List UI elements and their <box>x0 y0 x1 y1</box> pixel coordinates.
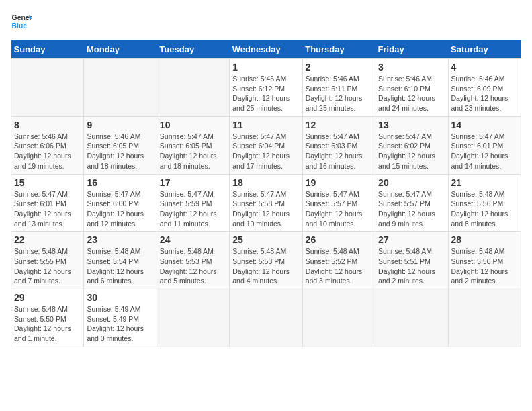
calendar-cell: 22Sunrise: 5:48 AMSunset: 5:55 PMDayligh… <box>11 232 84 289</box>
day-number: 27 <box>378 234 445 245</box>
day-info: Sunrise: 5:48 AMSunset: 5:51 PMDaylight:… <box>378 246 445 286</box>
day-info: Sunrise: 5:47 AMSunset: 6:00 PMDaylight:… <box>87 189 153 229</box>
day-header-saturday: Saturday <box>448 40 521 59</box>
day-info: Sunrise: 5:46 AMSunset: 6:11 PMDaylight:… <box>306 74 372 113</box>
day-info: Sunrise: 5:48 AMSunset: 5:55 PMDaylight:… <box>14 246 81 286</box>
day-number: 22 <box>14 234 81 245</box>
day-info: Sunrise: 5:47 AMSunset: 6:01 PMDaylight:… <box>14 189 81 229</box>
day-number: 26 <box>306 234 372 245</box>
calendar-week-1: 1Sunrise: 5:46 AMSunset: 6:12 PMDaylight… <box>11 59 521 117</box>
day-number: 25 <box>232 234 299 245</box>
day-number: 18 <box>232 177 299 188</box>
calendar-cell <box>157 59 229 117</box>
day-number: 19 <box>306 177 372 188</box>
day-info: Sunrise: 5:47 AMSunset: 6:02 PMDaylight:… <box>378 132 445 171</box>
calendar-cell: 15Sunrise: 5:47 AMSunset: 6:01 PMDayligh… <box>11 174 84 232</box>
day-number: 4 <box>451 62 518 73</box>
calendar-cell: 28Sunrise: 5:48 AMSunset: 5:50 PMDayligh… <box>448 232 521 289</box>
day-info: Sunrise: 5:47 AMSunset: 6:03 PMDaylight:… <box>306 132 372 171</box>
day-header-sunday: Sunday <box>11 40 84 59</box>
calendar-cell: 9Sunrise: 5:46 AMSunset: 6:05 PMDaylight… <box>84 116 157 174</box>
day-header-thursday: Thursday <box>302 40 375 59</box>
day-number: 14 <box>451 120 518 130</box>
day-info: Sunrise: 5:48 AMSunset: 5:52 PMDaylight:… <box>306 246 372 286</box>
day-info: Sunrise: 5:46 AMSunset: 6:12 PMDaylight:… <box>232 74 299 113</box>
day-header-friday: Friday <box>375 40 448 59</box>
calendar-cell: 30Sunrise: 5:49 AMSunset: 5:49 PMDayligh… <box>84 289 157 347</box>
day-info: Sunrise: 5:47 AMSunset: 6:01 PMDaylight:… <box>451 132 518 171</box>
calendar-cell: 27Sunrise: 5:48 AMSunset: 5:51 PMDayligh… <box>375 232 448 289</box>
calendar-cell <box>375 289 448 347</box>
calendar-cell: 29Sunrise: 5:48 AMSunset: 5:50 PMDayligh… <box>11 289 84 347</box>
calendar-cell: 23Sunrise: 5:48 AMSunset: 5:54 PMDayligh… <box>84 232 157 289</box>
day-info: Sunrise: 5:46 AMSunset: 6:05 PMDaylight:… <box>87 132 153 171</box>
day-number: 1 <box>232 62 299 73</box>
logo: General Blue <box>11 11 32 32</box>
calendar-table: SundayMondayTuesdayWednesdayThursdayFrid… <box>11 40 521 347</box>
day-header-wednesday: Wednesday <box>230 40 302 59</box>
day-number: 23 <box>87 234 153 245</box>
calendar-cell: 12Sunrise: 5:47 AMSunset: 6:03 PMDayligh… <box>302 116 375 174</box>
day-info: Sunrise: 5:47 AMSunset: 5:57 PMDaylight:… <box>378 189 445 229</box>
calendar-cell: 21Sunrise: 5:48 AMSunset: 5:56 PMDayligh… <box>448 174 521 232</box>
calendar-cell: 17Sunrise: 5:47 AMSunset: 5:59 PMDayligh… <box>157 174 229 232</box>
calendar-cell: 26Sunrise: 5:48 AMSunset: 5:52 PMDayligh… <box>302 232 375 289</box>
calendar-cell: 3Sunrise: 5:46 AMSunset: 6:10 PMDaylight… <box>375 59 448 117</box>
day-info: Sunrise: 5:47 AMSunset: 6:04 PMDaylight:… <box>232 132 299 171</box>
day-number: 12 <box>306 120 372 130</box>
calendar-week-2: 8Sunrise: 5:46 AMSunset: 6:06 PMDaylight… <box>11 116 521 174</box>
calendar-cell: 10Sunrise: 5:47 AMSunset: 6:05 PMDayligh… <box>157 116 229 174</box>
day-number: 17 <box>160 177 226 188</box>
day-number: 11 <box>232 120 299 130</box>
day-info: Sunrise: 5:47 AMSunset: 5:59 PMDaylight:… <box>160 189 226 229</box>
calendar-cell: 24Sunrise: 5:48 AMSunset: 5:53 PMDayligh… <box>157 232 229 289</box>
day-info: Sunrise: 5:47 AMSunset: 5:58 PMDaylight:… <box>232 189 299 229</box>
calendar-cell <box>11 59 84 117</box>
day-number: 28 <box>451 234 518 245</box>
calendar-week-5: 29Sunrise: 5:48 AMSunset: 5:50 PMDayligh… <box>11 289 521 347</box>
day-info: Sunrise: 5:48 AMSunset: 5:56 PMDaylight:… <box>451 189 518 229</box>
calendar-cell: 18Sunrise: 5:47 AMSunset: 5:58 PMDayligh… <box>230 174 302 232</box>
day-info: Sunrise: 5:49 AMSunset: 5:49 PMDaylight:… <box>87 304 153 344</box>
day-number: 2 <box>306 62 372 73</box>
svg-text:Blue: Blue <box>12 22 28 30</box>
page-header: General Blue <box>11 11 521 32</box>
calendar-week-4: 22Sunrise: 5:48 AMSunset: 5:55 PMDayligh… <box>11 232 521 289</box>
day-info: Sunrise: 5:47 AMSunset: 5:57 PMDaylight:… <box>306 189 372 229</box>
day-info: Sunrise: 5:48 AMSunset: 5:54 PMDaylight:… <box>87 246 153 286</box>
day-info: Sunrise: 5:46 AMSunset: 6:06 PMDaylight:… <box>14 132 81 171</box>
day-info: Sunrise: 5:48 AMSunset: 5:53 PMDaylight:… <box>232 246 299 286</box>
day-info: Sunrise: 5:48 AMSunset: 5:53 PMDaylight:… <box>160 246 226 286</box>
calendar-cell: 19Sunrise: 5:47 AMSunset: 5:57 PMDayligh… <box>302 174 375 232</box>
calendar-cell <box>302 289 375 347</box>
day-number: 24 <box>160 234 226 245</box>
calendar-cell <box>84 59 157 117</box>
day-number: 20 <box>378 177 445 188</box>
calendar-cell: 2Sunrise: 5:46 AMSunset: 6:11 PMDaylight… <box>302 59 375 117</box>
calendar-cell <box>230 289 302 347</box>
calendar-cell <box>448 289 521 347</box>
calendar-cell: 20Sunrise: 5:47 AMSunset: 5:57 PMDayligh… <box>375 174 448 232</box>
calendar-cell: 16Sunrise: 5:47 AMSunset: 6:00 PMDayligh… <box>84 174 157 232</box>
day-info: Sunrise: 5:47 AMSunset: 6:05 PMDaylight:… <box>160 132 226 171</box>
day-number: 9 <box>87 120 153 130</box>
day-number: 8 <box>14 120 81 130</box>
day-number: 3 <box>378 62 445 73</box>
calendar-cell <box>157 289 229 347</box>
day-number: 10 <box>160 120 226 130</box>
calendar-cell: 13Sunrise: 5:47 AMSunset: 6:02 PMDayligh… <box>375 116 448 174</box>
calendar-week-3: 15Sunrise: 5:47 AMSunset: 6:01 PMDayligh… <box>11 174 521 232</box>
day-header-monday: Monday <box>84 40 157 59</box>
calendar-cell: 4Sunrise: 5:46 AMSunset: 6:09 PMDaylight… <box>448 59 521 117</box>
day-info: Sunrise: 5:46 AMSunset: 6:09 PMDaylight:… <box>451 74 518 113</box>
day-number: 13 <box>378 120 445 130</box>
day-number: 29 <box>14 292 81 303</box>
calendar-cell: 11Sunrise: 5:47 AMSunset: 6:04 PMDayligh… <box>230 116 302 174</box>
day-info: Sunrise: 5:46 AMSunset: 6:10 PMDaylight:… <box>378 74 445 113</box>
day-info: Sunrise: 5:48 AMSunset: 5:50 PMDaylight:… <box>451 246 518 286</box>
calendar-cell: 14Sunrise: 5:47 AMSunset: 6:01 PMDayligh… <box>448 116 521 174</box>
calendar-cell: 1Sunrise: 5:46 AMSunset: 6:12 PMDaylight… <box>230 59 302 117</box>
day-header-tuesday: Tuesday <box>157 40 229 59</box>
day-number: 30 <box>87 292 153 303</box>
day-number: 21 <box>451 177 518 188</box>
